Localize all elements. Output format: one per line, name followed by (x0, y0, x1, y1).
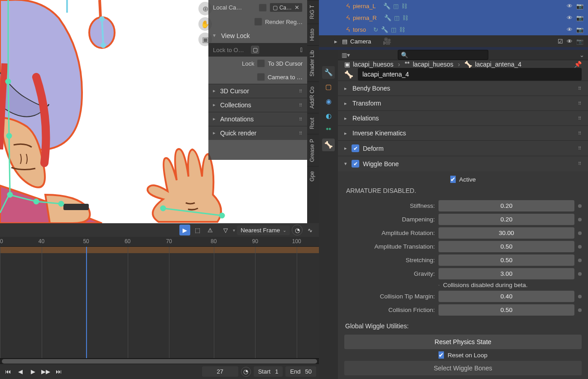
anim-dot-icon[interactable] (578, 245, 582, 249)
tab-armature[interactable]: ᕯ (322, 124, 335, 137)
select-tool-icon[interactable]: ▶ (179, 225, 190, 235)
outliner-item-pierna-r[interactable]: ᔦ pierna_R 🔧 ◫ ⛓ 👁 📷 (319, 12, 588, 24)
end-frame-field[interactable]: End 50 (285, 366, 316, 377)
drag-handle-icon[interactable]: ⠿ (299, 89, 303, 94)
vtab-addr[interactable]: AddR Co (307, 82, 319, 113)
camera-chip[interactable]: ▢ Ca… ✕ (270, 3, 303, 12)
timeline-track[interactable] (0, 247, 319, 358)
display-mode-icon[interactable]: ▥▾ (342, 52, 350, 58)
jump-end-icon[interactable]: ⏭ (53, 367, 63, 377)
wiggle-active-checkbox[interactable]: ✔ (450, 176, 456, 183)
tab-physics[interactable]: ◐ (322, 110, 335, 122)
vtab-gpe[interactable]: Gpe (307, 166, 319, 186)
panel-deform[interactable]: ▸✔Deform⠿ (338, 140, 588, 156)
panel-wiggle-bone[interactable]: ▾✔Wiggle Bone⠿ (338, 156, 588, 171)
options-icon[interactable]: ⌄ (579, 52, 584, 58)
start-frame-field[interactable]: Start 1 (254, 366, 283, 377)
collisions-checkbox[interactable] (439, 285, 439, 286)
tab-constraints[interactable]: ◉ (322, 95, 335, 108)
anim-dot-icon[interactable] (578, 231, 582, 235)
vtab-rout[interactable]: Rout (307, 113, 319, 134)
gravity-field[interactable]: 3.00 (439, 268, 574, 279)
anim-dot-icon[interactable] (578, 259, 582, 262)
reset-physics-button[interactable]: Reset Physics State (344, 335, 582, 349)
jump-start-icon[interactable]: ⏮ (3, 367, 13, 377)
drag-handle-icon[interactable]: ⠿ (578, 116, 582, 121)
drag-handle-icon[interactable]: ⠿ (299, 103, 303, 108)
vtab-histo[interactable]: Histo (307, 24, 319, 45)
lock-3dcursor-checkbox[interactable] (257, 59, 265, 67)
panel-collections[interactable]: Collections⠿ (208, 98, 307, 112)
amp-rot-field[interactable]: 30.00 (439, 227, 574, 239)
eye-icon[interactable]: 👁 (567, 3, 573, 10)
box-select-icon[interactable]: ⬚ (192, 225, 203, 235)
select-wiggle-bones-button[interactable]: Select Wiggle Bones (344, 361, 582, 375)
checkbox-icon[interactable]: ☑ (558, 38, 563, 45)
playhead[interactable] (86, 247, 87, 358)
anim-dot-icon[interactable] (578, 295, 582, 298)
timeline-ruler[interactable]: 30 40 50 60 70 80 90 100 (0, 237, 319, 247)
render-icon[interactable]: 📷 (576, 26, 583, 33)
panel-quick-render[interactable]: Quick render⠿ (208, 126, 307, 140)
outliner-item-torso[interactable]: ᔦ torso ↻ 🔧 ◫ ⛓ 👁 📷 (319, 24, 588, 35)
eye-icon[interactable]: 👁 (567, 14, 573, 21)
panel-relations[interactable]: ▸Relations⠿ (338, 110, 588, 125)
play-icon[interactable]: ▶ (28, 367, 38, 377)
reset-on-loop-checkbox[interactable]: ✔ (439, 351, 444, 359)
anim-dot-icon[interactable] (578, 218, 582, 221)
pin-icon[interactable]: 📌 (574, 61, 582, 68)
eye-icon[interactable]: 👁 (567, 26, 573, 33)
drag-handle-icon[interactable]: ⠿ (578, 101, 582, 106)
filter-icon[interactable]: ▽ (220, 225, 231, 235)
breadcrumb-bone[interactable]: 🦴lacapi_antena_4 (464, 61, 521, 68)
camera-to-checkbox[interactable] (257, 73, 265, 81)
eye-icon[interactable]: 👁 (567, 38, 573, 45)
next-key-icon[interactable]: ▶▶ (41, 367, 51, 377)
panel-annotations[interactable]: Annotations⠿ (208, 112, 307, 126)
panel-3d-cursor[interactable]: 3D Cursor⠿ (208, 84, 307, 98)
close-icon[interactable]: ✕ (294, 4, 299, 11)
drag-handle-icon[interactable]: ⠿ (578, 146, 582, 151)
auto-key-icon[interactable]: ◔ (241, 367, 251, 377)
render-icon[interactable]: 📷 (576, 14, 583, 21)
timeline-scrollbar[interactable] (0, 358, 319, 364)
tab-object[interactable]: ▢ (322, 81, 335, 93)
render-region-checkbox[interactable] (254, 18, 262, 26)
breadcrumb-scene[interactable]: ▣lacapi_huesos (344, 61, 394, 68)
drag-handle-icon[interactable]: ⠿ (299, 131, 303, 136)
snap-mode-dropdown[interactable]: Nearest Frame ⌄ (237, 225, 290, 235)
wiggle-enable-checkbox[interactable]: ✔ (352, 160, 359, 168)
drag-handle-icon[interactable]: ⠿ (299, 117, 303, 122)
drag-handle-icon[interactable]: ⠿ (578, 131, 582, 136)
breadcrumb-armature[interactable]: ᕯlacapi_huesos (405, 60, 453, 68)
vtab-rig[interactable]: RiG T (307, 0, 319, 24)
deform-checkbox[interactable]: ✔ (352, 144, 359, 152)
render-icon[interactable]: 📷 (576, 38, 583, 45)
col-fric-field[interactable]: 0.50 (439, 304, 574, 316)
anim-dot-icon[interactable] (578, 308, 582, 312)
stiffness-field[interactable]: 0.20 (439, 200, 574, 211)
vtab-grease[interactable]: Grease P (307, 134, 319, 167)
outliner-item-pierna-l[interactable]: ᔦ pierna_L 🔧 ◫ ⛓ 👁 📷 (319, 0, 588, 12)
dampening-field[interactable]: 0.20 (439, 214, 574, 225)
tab-bone[interactable]: 🦴 (322, 139, 335, 151)
warning-icon[interactable]: ⚠ (205, 225, 216, 235)
view-lock-header[interactable]: View Lock (208, 29, 307, 43)
tab-tool[interactable]: 🔧 (322, 66, 335, 79)
current-frame-field[interactable]: 27 (202, 366, 238, 377)
curve-icon[interactable]: ∿ (304, 225, 315, 235)
panel-ik[interactable]: ▸Inverse Kinematics⠿ (338, 125, 588, 140)
eyedropper-icon[interactable]: 𓄲 (300, 46, 303, 53)
render-icon[interactable]: 📷 (576, 3, 583, 10)
local-camera-checkbox[interactable] (259, 4, 267, 12)
col-tip-field[interactable]: 0.40 (439, 291, 574, 302)
panel-bendy-bones[interactable]: ▸Bendy Bones⠿ (338, 81, 588, 96)
3d-viewport[interactable]: ⊕ ✋ ▣ Local Ca… ▢ Ca… ✕ Render Reg… View… (0, 0, 307, 223)
amp-trans-field[interactable]: 0.50 (439, 241, 574, 252)
panel-transform[interactable]: ▸Transform⠿ (338, 96, 588, 110)
drag-handle-icon[interactable]: ⠿ (578, 86, 582, 91)
vtab-shader[interactable]: Shader Lib (307, 45, 319, 81)
prev-key-icon[interactable]: ◀ (15, 367, 25, 377)
anim-dot-icon[interactable] (578, 204, 582, 208)
bone-name-input[interactable] (358, 68, 582, 81)
